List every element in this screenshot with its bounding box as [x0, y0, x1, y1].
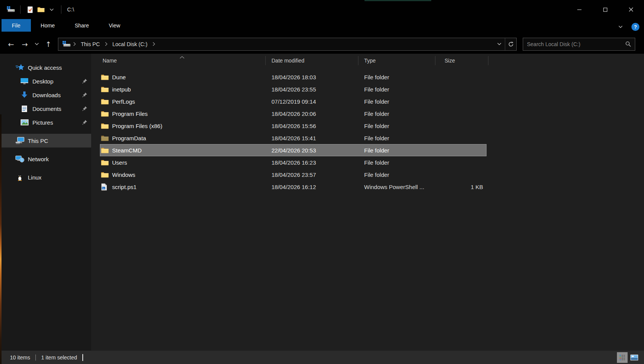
sidebar-item-quick-access[interactable]: Quick access	[0, 61, 91, 74]
pin-icon	[82, 92, 87, 99]
column-header-label: Size	[445, 58, 455, 64]
file-explorer-window: C:\ FileHomeShareView ? ← → ↑ This PCLoc…	[0, 0, 644, 364]
column-header-name[interactable]: Name	[91, 54, 266, 67]
window-controls	[566, 0, 644, 19]
file-row-users[interactable]: Users18/04/2026 16:23File folder	[100, 156, 487, 168]
tab-view[interactable]: View	[99, 19, 130, 32]
breadcrumb-item-local-disk-c[interactable]: Local Disk (C:)	[109, 38, 151, 50]
pin-icon	[82, 106, 87, 112]
file-row-steamcmd[interactable]: SteamCMD22/04/2026 20:53File folder	[100, 144, 487, 156]
close-button[interactable]	[618, 0, 644, 19]
new-folder-button[interactable]	[35, 4, 46, 15]
status-bar: 10 items 1 item selected	[0, 351, 644, 364]
breadcrumb-item-this-pc[interactable]: This PC	[77, 38, 103, 50]
file-name: ProgramData	[112, 135, 146, 141]
tab-file[interactable]: File	[2, 19, 31, 32]
search-input[interactable]	[527, 41, 625, 47]
pin-icon	[82, 79, 87, 85]
file-type: File folder	[358, 111, 435, 117]
previous-locations-button[interactable]	[493, 38, 505, 50]
breadcrumb: This PCLocal Disk (C:)	[61, 38, 157, 50]
file-row-script-ps1[interactable]: script.ps118/04/2026 16:12Windows PowerS…	[100, 181, 487, 193]
folder-icon	[101, 74, 109, 81]
back-button[interactable]: ←	[4, 37, 18, 51]
file-date-modified: 07/12/2019 09:14	[266, 98, 358, 105]
pin-icon	[82, 120, 87, 126]
sidebar-item-pictures[interactable]: Pictures	[0, 115, 91, 129]
properties-button[interactable]	[25, 4, 35, 15]
file-name: Users	[112, 159, 127, 166]
breadcrumb-chevron-icon[interactable]	[151, 38, 157, 50]
network-icon	[15, 155, 24, 163]
selection-count: 1 item selected	[41, 354, 77, 361]
desktop-icon	[20, 77, 29, 85]
file-type: File folder	[358, 135, 435, 141]
tab-share[interactable]: Share	[65, 19, 99, 32]
file-row-inetpub[interactable]: inetpub18/04/2026 23:55File folder	[100, 83, 487, 95]
file-row-program-files[interactable]: Program Files18/04/2026 20:06File folder	[100, 107, 487, 120]
file-size: 1 KB	[435, 184, 486, 190]
this-pc-icon	[15, 137, 24, 144]
file-row-perflogs[interactable]: PerfLogs07/12/2019 09:14File folder	[100, 95, 487, 107]
downloads-icon	[20, 91, 29, 99]
forward-button[interactable]: →	[18, 37, 32, 51]
file-date-modified: 18/04/2026 20:06	[266, 111, 358, 117]
linux-icon	[15, 173, 24, 181]
drive-icon	[62, 41, 71, 48]
file-row-programdata[interactable]: ProgramData18/04/2026 15:41File folder	[100, 132, 487, 144]
breadcrumb-chevron-icon[interactable]	[72, 38, 77, 50]
customize-toolbar-button[interactable]	[46, 4, 57, 15]
file-type: File folder	[358, 147, 435, 154]
up-button[interactable]: ↑	[42, 37, 55, 51]
help-button[interactable]: ?	[631, 23, 639, 31]
sidebar-item-desktop[interactable]: Desktop	[0, 74, 91, 88]
sidebar-item-downloads[interactable]: Downloads	[0, 88, 91, 102]
toolbar-separator	[20, 5, 21, 14]
file-row-dune[interactable]: Dune18/04/2026 18:03File folder	[100, 71, 487, 83]
sidebar-item-network[interactable]: Network	[0, 152, 91, 166]
column-header-size[interactable]: Size	[435, 54, 488, 67]
breadcrumb-chevron-icon[interactable]	[103, 38, 109, 50]
pictures-icon	[20, 119, 29, 126]
sidebar-item-linux[interactable]: Linux	[0, 170, 91, 184]
sidebar-item-this-pc[interactable]: This PC	[0, 134, 91, 148]
minimize-button[interactable]	[566, 0, 592, 19]
ribbon-tabs: FileHomeShareView	[0, 19, 130, 32]
file-row-program-files-x86[interactable]: Program Files (x86)18/04/2026 15:56File …	[100, 120, 487, 132]
address-bar[interactable]: This PCLocal Disk (C:)	[58, 38, 517, 51]
thumbnail-view-button[interactable]	[629, 352, 639, 363]
file-type: File folder	[358, 74, 435, 80]
sidebar-item-documents[interactable]: Documents	[0, 102, 91, 115]
refresh-icon[interactable]	[505, 38, 516, 50]
file-date-modified: 18/04/2026 16:12	[266, 184, 358, 190]
folder-icon	[101, 135, 109, 142]
column-header-label: Name	[103, 58, 117, 64]
details-view-button[interactable]	[617, 352, 628, 363]
maximize-button[interactable]	[592, 0, 618, 19]
expand-ribbon-button[interactable]	[615, 21, 626, 32]
file-row-windows[interactable]: Windows18/04/2026 23:57File folder	[100, 168, 487, 181]
address-bar-controls	[493, 38, 516, 50]
folder-icon	[101, 147, 109, 154]
desktop-wallpaper-sliver	[0, 114, 2, 364]
column-header-type[interactable]: Type	[358, 54, 435, 67]
file-date-modified: 18/04/2026 16:23	[266, 159, 358, 166]
file-name: PerfLogs	[112, 98, 135, 105]
file-rows: Dune18/04/2026 18:03File folderinetpub18…	[91, 71, 644, 193]
documents-icon	[20, 105, 29, 112]
sidebar-item-label: Linux	[28, 174, 42, 181]
folder-icon	[101, 98, 109, 105]
folder-icon	[101, 122, 109, 130]
recent-locations-button[interactable]	[32, 37, 42, 51]
file-date-modified: 18/04/2026 23:57	[266, 172, 358, 178]
sidebar-item-label: Quick access	[28, 64, 62, 71]
sidebar-item-label: Network	[28, 156, 49, 162]
file-name: Windows	[112, 172, 135, 178]
file-type: File folder	[358, 86, 435, 93]
folder-icon	[101, 159, 109, 166]
search-icon[interactable]	[625, 41, 631, 47]
tab-home[interactable]: Home	[31, 19, 65, 32]
column-header-date-modified[interactable]: Date modified	[266, 54, 358, 67]
navigation-bar: ← → ↑ This PCLocal Disk (C:)	[0, 34, 644, 54]
column-header-label: Type	[364, 58, 376, 64]
